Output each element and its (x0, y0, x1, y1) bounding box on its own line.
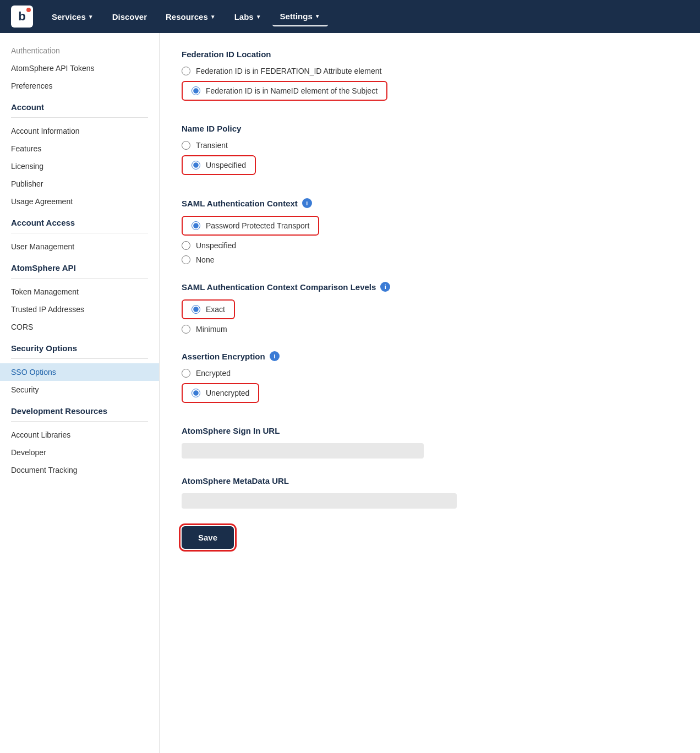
saml-auth-radio2[interactable] (182, 241, 190, 250)
saml-auth-label1: Password Protected Transport (206, 221, 309, 230)
assertion-encryption-title: Assertion Encryption i (182, 351, 678, 361)
saml-comparison-label1: Exact (206, 305, 225, 314)
chevron-down-icon: ▼ (256, 14, 261, 20)
sidebar-item-trusted-ip[interactable]: Trusted IP Addresses (0, 301, 159, 318)
saml-auth-context-title: SAML Authentication Context i (182, 198, 678, 208)
sidebar-item-atomsphere-api-tokens[interactable]: AtomSphere API Tokens (0, 59, 159, 77)
chevron-down-icon: ▼ (315, 13, 320, 19)
saml-comparison-exact-highlighted: Exact (182, 299, 235, 319)
main-content: Federation ID Location Federation ID is … (160, 33, 700, 753)
save-button[interactable]: Save (182, 526, 234, 549)
sidebar-item-user-management[interactable]: User Management (0, 238, 159, 255)
sign-in-url-section: AtomSphere Sign In URL (182, 426, 678, 459)
name-id-unspecified-highlighted: Unspecified (182, 155, 256, 175)
info-icon-encryption[interactable]: i (270, 351, 280, 361)
sidebar-header-atomsphere-api: AtomSphere API (0, 255, 159, 276)
assertion-unencrypted-radio[interactable] (192, 389, 200, 397)
logo[interactable]: b (11, 6, 33, 28)
sidebar-item-account-information[interactable]: Account Information (0, 122, 159, 140)
sidebar-section-top: Authentication AtomSphere API Tokens Pre… (0, 42, 159, 95)
sign-in-url-title: AtomSphere Sign In URL (182, 426, 678, 435)
divider (11, 233, 148, 233)
assertion-unencrypted-label: Unencrypted (206, 389, 249, 397)
name-id-radio1[interactable] (182, 141, 190, 150)
sidebar-header-account-access: Account Access (0, 210, 159, 231)
metadata-url-field (182, 493, 457, 509)
saml-comparison-label2: Minimum (196, 325, 227, 334)
saml-auth-ppt-highlighted: Password Protected Transport (182, 216, 319, 236)
divider (11, 421, 148, 422)
sidebar-item-features[interactable]: Features (0, 140, 159, 157)
sidebar-item-security[interactable]: Security (0, 381, 159, 399)
assertion-encrypted-label: Encrypted (196, 369, 231, 378)
sidebar: Authentication AtomSphere API Tokens Pre… (0, 33, 160, 753)
saml-comparison-section: SAML Authentication Context Comparison L… (182, 282, 678, 334)
chevron-down-icon: ▼ (88, 14, 94, 20)
divider (11, 278, 148, 279)
assertion-unencrypted-highlighted: Unencrypted (182, 383, 259, 403)
federation-id-section: Federation ID Location Federation ID is … (182, 50, 678, 106)
sidebar-item-authentication[interactable]: Authentication (0, 42, 159, 59)
saml-comparison-radio2[interactable] (182, 325, 190, 334)
sidebar-item-developer[interactable]: Developer (0, 444, 159, 461)
federation-id-option1: Federation ID is in FEDERATION_ID Attrib… (182, 67, 678, 75)
saml-comparison-minimum: Minimum (182, 325, 678, 334)
main-nav: Services ▼ Discover Resources ▼ Labs ▼ S… (44, 7, 328, 26)
saml-auth-unspecified: Unspecified (182, 241, 678, 250)
nav-services[interactable]: Services ▼ (44, 7, 101, 26)
top-navigation: b Services ▼ Discover Resources ▼ Labs ▼… (0, 0, 700, 33)
sidebar-item-sso-options[interactable]: SSO Options (0, 363, 159, 381)
sidebar-header-dev-resources: Development Resources (0, 399, 159, 419)
chevron-down-icon: ▼ (210, 14, 216, 20)
divider (11, 117, 148, 118)
name-id-policy-section: Name ID Policy Transient Unspecified (182, 124, 678, 181)
nav-discover[interactable]: Discover (105, 7, 155, 26)
sidebar-item-licensing[interactable]: Licensing (0, 157, 159, 175)
name-id-label2: Unspecified (206, 161, 246, 170)
federation-id-radio2[interactable] (192, 86, 200, 95)
saml-auth-radio1[interactable] (192, 221, 200, 230)
saml-comparison-radio1[interactable] (192, 305, 200, 314)
info-icon-comparison[interactable]: i (380, 282, 390, 292)
sidebar-item-cors[interactable]: CORS (0, 318, 159, 336)
sign-in-url-field (182, 443, 424, 459)
federation-id-option2-highlighted: Federation ID is in NameID element of th… (182, 81, 387, 101)
name-id-policy-title: Name ID Policy (182, 124, 678, 133)
sidebar-item-token-management[interactable]: Token Management (0, 283, 159, 301)
saml-auth-label3: None (196, 255, 214, 264)
sidebar-item-publisher[interactable]: Publisher (0, 175, 159, 193)
name-id-transient: Transient (182, 141, 678, 150)
metadata-url-section: AtomSphere MetaData URL (182, 476, 678, 509)
divider (11, 358, 148, 359)
sidebar-header-account: Account (0, 95, 159, 115)
info-icon[interactable]: i (302, 198, 312, 208)
saml-auth-radio3[interactable] (182, 255, 190, 264)
saml-comparison-title: SAML Authentication Context Comparison L… (182, 282, 678, 292)
sidebar-header-security-options: Security Options (0, 336, 159, 356)
nav-labs[interactable]: Labs ▼ (227, 7, 269, 26)
nav-settings[interactable]: Settings ▼ (272, 7, 328, 26)
sidebar-item-document-tracking[interactable]: Document Tracking (0, 461, 159, 479)
saml-auth-context-section: SAML Authentication Context i Password P… (182, 198, 678, 264)
name-id-label1: Transient (196, 141, 228, 150)
sidebar-item-preferences[interactable]: Preferences (0, 77, 159, 95)
nav-resources[interactable]: Resources ▼ (158, 7, 223, 26)
name-id-radio2[interactable] (192, 161, 200, 170)
federation-id-title: Federation ID Location (182, 50, 678, 59)
saml-auth-none: None (182, 255, 678, 264)
assertion-encrypted-radio[interactable] (182, 369, 190, 378)
federation-id-radio1[interactable] (182, 67, 190, 75)
sidebar-item-usage-agreement[interactable]: Usage Agreement (0, 193, 159, 210)
federation-id-label1: Federation ID is in FEDERATION_ID Attrib… (196, 67, 381, 75)
saml-auth-label2: Unspecified (196, 241, 236, 250)
assertion-encryption-section: Assertion Encryption i Encrypted Unencry… (182, 351, 678, 408)
federation-id-label2: Federation ID is in NameID element of th… (206, 86, 378, 95)
metadata-url-title: AtomSphere MetaData URL (182, 476, 678, 485)
sidebar-item-account-libraries[interactable]: Account Libraries (0, 426, 159, 444)
assertion-encrypted: Encrypted (182, 369, 678, 378)
